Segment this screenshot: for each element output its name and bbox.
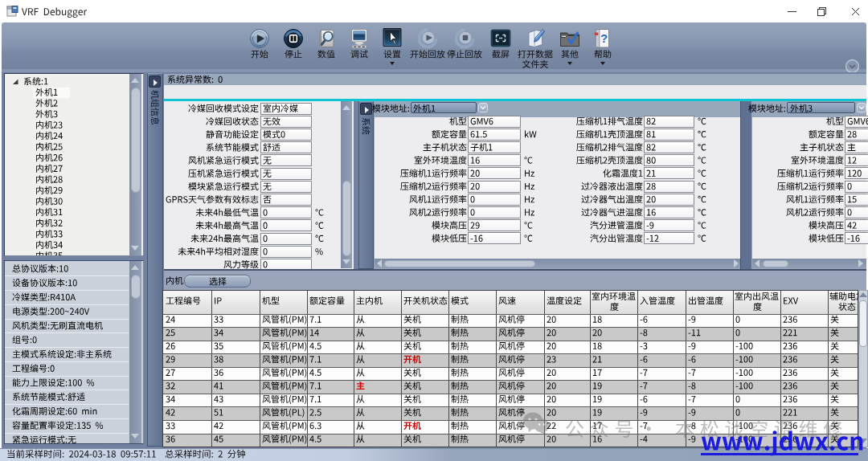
svg-text:?: ? [600,31,608,45]
